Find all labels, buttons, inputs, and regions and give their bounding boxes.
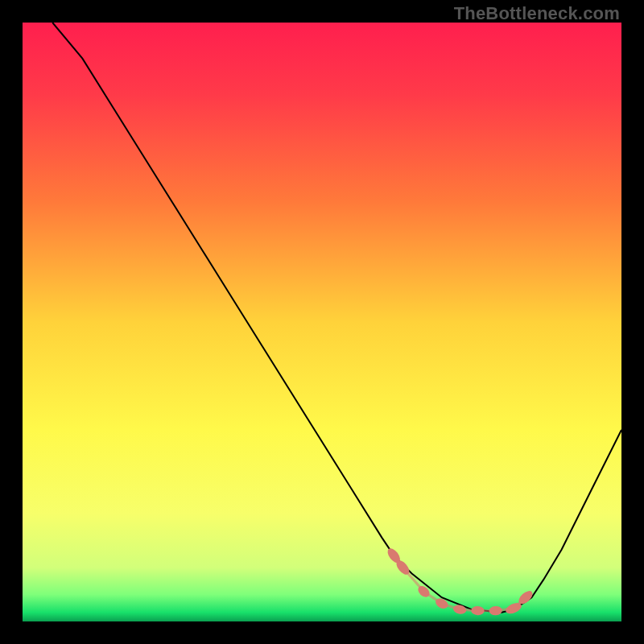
marker-bead	[452, 604, 467, 615]
chart-frame: TheBottleneck.com	[0, 0, 644, 644]
marker-bead	[471, 606, 485, 616]
marker-bead	[489, 605, 502, 615]
main-curve	[52, 23, 621, 613]
curve-layer	[23, 23, 621, 621]
plot-area	[23, 23, 621, 621]
highlight-markers	[386, 546, 535, 615]
attribution-label: TheBottleneck.com	[454, 3, 620, 24]
